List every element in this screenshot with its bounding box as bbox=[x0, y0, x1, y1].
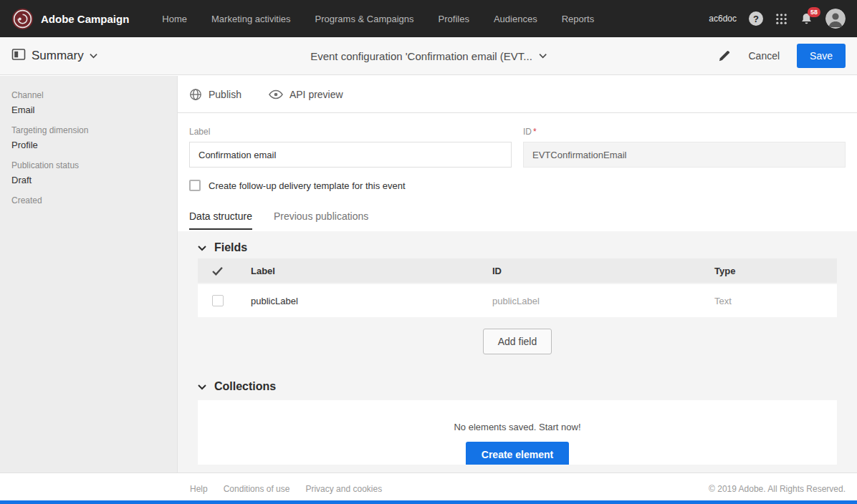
nav-item-marketing-activities[interactable]: Marketing activities bbox=[211, 14, 291, 24]
sidebar-item-label: Publication status bbox=[11, 160, 166, 170]
edit-pencil-icon[interactable] bbox=[717, 49, 731, 63]
copyright-notice: © 2019 Adobe. All Rights Reserved. bbox=[709, 484, 846, 494]
top-navbar: Adobe Campaign Home Marketing activities… bbox=[0, 0, 857, 37]
chevron-down-icon bbox=[198, 245, 206, 251]
page-header: Summary Event configuration 'Confirmatio… bbox=[0, 37, 857, 75]
collections-empty-panel: No elements saved. Start now! Create ele… bbox=[198, 400, 837, 465]
sidebar-item-label: Created bbox=[11, 195, 166, 205]
followup-checkbox-row: Create follow-up delivery template for t… bbox=[178, 168, 857, 191]
field-id-cell: publicLabel bbox=[492, 296, 714, 306]
summary-icon bbox=[11, 47, 26, 64]
nav-item-programs-campaigns[interactable]: Programs & Campaigns bbox=[315, 14, 414, 24]
header-actions: Cancel Save bbox=[717, 44, 846, 68]
fields-table: Label ID Type publicLabel publicLabel Te… bbox=[198, 258, 837, 317]
followup-checkbox-label: Create follow-up delivery template for t… bbox=[209, 180, 406, 191]
sidebar-item-targeting-dimension: Targeting dimension Profile bbox=[11, 125, 166, 150]
label-field-label: Label bbox=[189, 127, 512, 137]
sidebar-item-value: Email bbox=[11, 105, 166, 115]
collections-section-header[interactable]: Collections bbox=[198, 380, 837, 393]
id-field-group: ID* bbox=[523, 127, 846, 168]
create-element-button[interactable]: Create element bbox=[466, 442, 569, 465]
fields-section-header[interactable]: Fields bbox=[198, 241, 837, 254]
sidebar-item-created: Created bbox=[11, 195, 166, 215]
followup-checkbox[interactable] bbox=[189, 180, 201, 191]
brand-name: Adobe Campaign bbox=[41, 13, 129, 25]
field-label-cell: publicLabel bbox=[251, 296, 492, 306]
chevron-down-icon bbox=[539, 53, 547, 59]
notification-badge: 58 bbox=[808, 7, 820, 17]
content-tabs: Data structure Previous publications bbox=[178, 191, 857, 230]
label-field-group: Label bbox=[189, 127, 512, 168]
primary-nav: Home Marketing activities Programs & Cam… bbox=[162, 14, 594, 24]
footer-link-conditions[interactable]: Conditions of use bbox=[224, 484, 290, 494]
fields-table-header: Label ID Type bbox=[198, 258, 837, 283]
tab-data-structure[interactable]: Data structure bbox=[189, 210, 252, 230]
required-asterisk: * bbox=[533, 127, 537, 137]
summary-label: Summary bbox=[32, 49, 84, 63]
user-avatar[interactable] bbox=[825, 9, 846, 29]
id-field-label: ID* bbox=[523, 127, 846, 137]
tab-previous-publications[interactable]: Previous publications bbox=[274, 210, 368, 230]
page-title: Event configuration 'Confirmation email … bbox=[310, 50, 532, 62]
add-field-button[interactable]: Add field bbox=[483, 329, 552, 354]
save-button[interactable]: Save bbox=[797, 44, 846, 68]
help-icon[interactable]: ? bbox=[749, 11, 763, 26]
eye-icon bbox=[269, 89, 283, 100]
summary-selector[interactable]: Summary bbox=[11, 47, 97, 64]
adobe-campaign-logo-icon bbox=[11, 8, 34, 30]
sidebar-item-channel: Channel Email bbox=[11, 90, 166, 115]
bottom-accent-bar bbox=[0, 500, 857, 504]
account-id[interactable]: ac6doc bbox=[709, 14, 737, 24]
table-row[interactable]: publicLabel publicLabel Text bbox=[198, 284, 837, 317]
page-title-dropdown[interactable]: Event configuration 'Confirmation email … bbox=[310, 50, 547, 62]
nav-item-reports[interactable]: Reports bbox=[562, 14, 595, 24]
column-header-id: ID bbox=[492, 266, 714, 276]
collections-section-title: Collections bbox=[214, 380, 276, 393]
footer-link-help[interactable]: Help bbox=[190, 484, 208, 494]
api-preview-button[interactable]: API preview bbox=[269, 89, 343, 100]
sidebar-item-publication-status: Publication status Draft bbox=[11, 160, 166, 185]
row-checkbox[interactable] bbox=[212, 295, 224, 306]
cancel-button[interactable]: Cancel bbox=[748, 50, 780, 62]
nav-item-home[interactable]: Home bbox=[162, 14, 187, 24]
action-toolbar: Publish API preview bbox=[178, 76, 857, 113]
navbar-right-cluster: ac6doc ? 58 bbox=[709, 9, 846, 29]
summary-sidebar: Channel Email Targeting dimension Profil… bbox=[0, 76, 178, 472]
publish-label: Publish bbox=[209, 89, 241, 100]
event-config-form: Label ID* bbox=[178, 113, 857, 168]
fields-section-title: Fields bbox=[214, 241, 247, 254]
nav-item-profiles[interactable]: Profiles bbox=[439, 14, 469, 24]
nav-item-audiences[interactable]: Audiences bbox=[494, 14, 537, 24]
id-input bbox=[523, 142, 846, 168]
sidebar-item-value bbox=[11, 210, 166, 215]
apps-grid-icon[interactable] bbox=[775, 13, 787, 25]
column-header-label: Label bbox=[251, 266, 492, 276]
data-structure-panel: Fields Label ID Type publicLabel publicL… bbox=[178, 231, 857, 472]
column-header-type: Type bbox=[714, 266, 837, 276]
publish-button[interactable]: Publish bbox=[189, 88, 241, 101]
footer-link-privacy[interactable]: Privacy and cookies bbox=[305, 484, 382, 494]
label-input[interactable] bbox=[189, 142, 512, 168]
sidebar-item-value: Draft bbox=[11, 175, 166, 185]
field-type-cell: Text bbox=[714, 296, 837, 306]
empty-state-message: No elements saved. Start now! bbox=[198, 400, 837, 432]
chevron-down-icon bbox=[198, 384, 206, 390]
globe-icon bbox=[189, 88, 202, 101]
help-glyph: ? bbox=[753, 14, 759, 24]
select-all-check-icon[interactable] bbox=[198, 266, 251, 276]
sidebar-item-label: Channel bbox=[11, 90, 166, 100]
chevron-down-icon bbox=[90, 53, 97, 59]
api-preview-label: API preview bbox=[289, 89, 343, 100]
sidebar-item-label: Targeting dimension bbox=[11, 125, 166, 135]
page-footer: Help Conditions of use Privacy and cooki… bbox=[0, 472, 857, 504]
notifications-bell-icon[interactable]: 58 bbox=[800, 12, 813, 26]
main-content: Publish API preview Label ID* Create fol… bbox=[178, 76, 857, 472]
sidebar-item-value: Profile bbox=[11, 140, 166, 150]
